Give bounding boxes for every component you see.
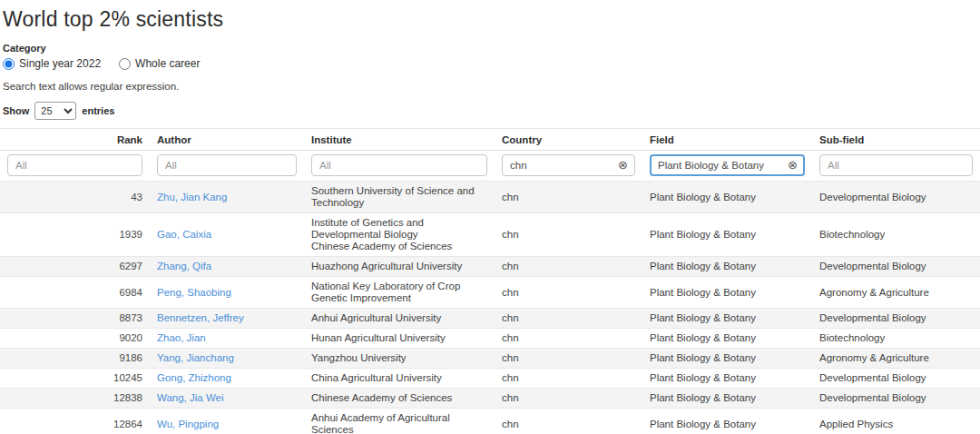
- search-hint-text: Search text allows regular expression.: [3, 81, 973, 92]
- column-header-institute[interactable]: Institute: [304, 129, 495, 151]
- entries-count-select[interactable]: 25: [34, 102, 76, 120]
- table-row: 10245 Gong, Zhizhong China Agricultural …: [0, 369, 980, 389]
- clear-country-filter-icon[interactable]: ⊗: [618, 159, 628, 171]
- radio-option-whole-career[interactable]: Whole career: [119, 57, 200, 70]
- rank-cell: 43: [0, 182, 150, 213]
- author-filter-input[interactable]: [157, 154, 297, 176]
- author-link[interactable]: Wang, Jia Wei: [157, 392, 224, 403]
- subfield-cell: Agronomy & Agriculture: [812, 349, 980, 369]
- table-row: 12864 Wu, Pingping Anhui Academy of Agri…: [0, 409, 980, 434]
- subfield-filter-input[interactable]: [819, 154, 973, 176]
- author-cell: Zhang, Qifa: [150, 257, 304, 277]
- subfield-cell: Applied Physics: [812, 409, 980, 434]
- author-cell: Bennetzen, Jeffrey: [150, 309, 304, 329]
- subfield-cell: Developmental Biology: [812, 257, 980, 277]
- institute-filter-input[interactable]: [311, 154, 487, 176]
- country-cell: chn: [495, 409, 642, 434]
- table-row: 43 Zhu, Jian Kang Southern University of…: [0, 182, 980, 213]
- column-header-subfield[interactable]: Sub-field: [812, 129, 980, 151]
- clear-field-filter-icon[interactable]: ⊗: [788, 159, 798, 171]
- country-cell: chn: [495, 309, 642, 329]
- author-link[interactable]: Gao, Caixia: [157, 229, 211, 240]
- country-cell: chn: [495, 369, 642, 389]
- field-cell: Plant Biology & Botany: [642, 257, 812, 277]
- field-cell: Plant Biology & Botany: [642, 213, 812, 257]
- subfield-cell: Developmental Biology: [812, 309, 980, 329]
- country-cell: chn: [495, 257, 642, 277]
- field-cell: Plant Biology & Botany: [642, 182, 812, 213]
- single-year-radio[interactable]: [3, 58, 15, 70]
- field-cell: Plant Biology & Botany: [642, 329, 812, 349]
- field-cell: Plant Biology & Botany: [642, 277, 812, 309]
- rank-filter-input[interactable]: [7, 154, 142, 176]
- author-cell: Gao, Caixia: [150, 213, 304, 257]
- table-row: 12838 Wang, Jia Wei Chinese Academy of S…: [0, 389, 980, 409]
- author-link[interactable]: Bennetzen, Jeffrey: [157, 312, 244, 323]
- page-header: World top 2% scientists Category Single …: [0, 0, 980, 120]
- scientists-table: Rank Author Institute Country Field Sub-…: [0, 128, 980, 434]
- rank-cell: 9020: [0, 329, 150, 349]
- country-filter-input[interactable]: [502, 154, 635, 176]
- table-row: 9186 Yang, Jianchang Yangzhou University…: [0, 349, 980, 369]
- single-year-label: Single year 2022: [19, 57, 101, 70]
- author-cell: Zhao, Jian: [150, 329, 304, 349]
- institute-cell: Institute of Genetics and Developmental …: [304, 213, 495, 257]
- country-cell: chn: [495, 213, 642, 257]
- institute-cell: Huazhong Agricultural University: [304, 257, 495, 277]
- column-header-rank[interactable]: Rank: [0, 129, 150, 151]
- institute-cell: China Agricultural University: [304, 369, 495, 389]
- radio-option-single-year[interactable]: Single year 2022: [3, 57, 101, 70]
- subfield-cell: Developmental Biology: [812, 369, 980, 389]
- rank-cell: 9186: [0, 349, 150, 369]
- rank-cell: 12838: [0, 389, 150, 409]
- subfield-cell: Agronomy & Agriculture: [812, 277, 980, 309]
- country-cell: chn: [495, 349, 642, 369]
- country-cell: chn: [495, 329, 642, 349]
- rank-cell: 12864: [0, 409, 150, 434]
- author-link[interactable]: Zhu, Jian Kang: [157, 192, 227, 202]
- author-link[interactable]: Zhang, Qifa: [157, 261, 211, 271]
- field-cell: Plant Biology & Botany: [642, 369, 812, 389]
- author-cell: Yang, Jianchang: [150, 349, 304, 369]
- column-header-country[interactable]: Country: [495, 129, 642, 151]
- country-cell: chn: [495, 389, 642, 409]
- whole-career-label: Whole career: [135, 57, 200, 70]
- table-filter-row: ⊗ ⊗: [0, 151, 980, 182]
- author-link[interactable]: Zhao, Jian: [157, 332, 206, 343]
- institute-cell: Anhui Academy of Agricultural Sciences: [304, 409, 495, 434]
- institute-cell: Hunan Agricultural University: [304, 329, 495, 349]
- table-row: 1939 Gao, Caixia Institute of Genetics a…: [0, 213, 980, 257]
- column-header-author[interactable]: Author: [150, 129, 304, 151]
- column-header-field[interactable]: Field: [642, 129, 812, 151]
- subfield-cell: Developmental Biology: [812, 182, 980, 213]
- category-radio-group: Single year 2022 Whole career: [3, 57, 973, 70]
- whole-career-radio[interactable]: [119, 58, 131, 70]
- table-row: 6984 Peng, Shaobing National Key Laborat…: [0, 277, 980, 309]
- table-row: 9020 Zhao, Jian Hunan Agricultural Unive…: [0, 329, 980, 349]
- country-cell: chn: [495, 277, 642, 309]
- rank-cell: 8873: [0, 309, 150, 329]
- subfield-cell: Developmental Biology: [812, 389, 980, 409]
- rank-cell: 1939: [0, 213, 150, 257]
- rank-cell: 10245: [0, 369, 150, 389]
- table-row: 6297 Zhang, Qifa Huazhong Agricultural U…: [0, 257, 980, 277]
- field-cell: Plant Biology & Botany: [642, 409, 812, 434]
- author-cell: Peng, Shaobing: [150, 277, 304, 309]
- author-link[interactable]: Gong, Zhizhong: [157, 372, 231, 383]
- author-link[interactable]: Peng, Shaobing: [157, 287, 231, 298]
- institute-cell: Yangzhou University: [304, 349, 495, 369]
- author-link[interactable]: Wu, Pingping: [157, 419, 219, 429]
- institute-cell: Southern University of Science and Techn…: [304, 182, 495, 213]
- page-title: World top 2% scientists: [3, 7, 973, 32]
- category-label: Category: [3, 43, 973, 54]
- author-cell: Wu, Pingping: [150, 409, 304, 434]
- field-filter-input[interactable]: [650, 154, 805, 176]
- entries-label: entries: [82, 105, 114, 116]
- institute-cell: National Key Laboratory of Crop Genetic …: [304, 277, 495, 309]
- institute-cell: Anhui Agricultural University: [304, 309, 495, 329]
- author-cell: Wang, Jia Wei: [150, 389, 304, 409]
- rank-cell: 6984: [0, 277, 150, 309]
- author-link[interactable]: Yang, Jianchang: [157, 352, 234, 363]
- author-cell: Gong, Zhizhong: [150, 369, 304, 389]
- show-label: Show: [3, 105, 29, 116]
